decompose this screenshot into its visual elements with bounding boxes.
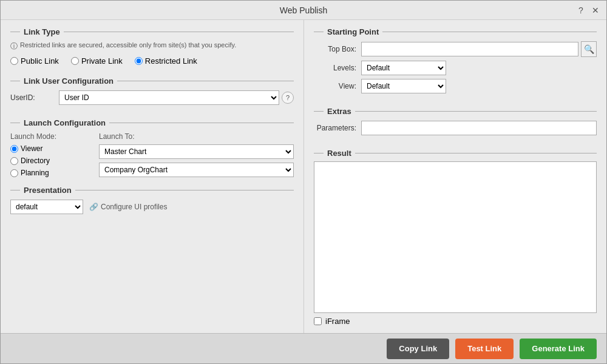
- iframe-checkbox[interactable]: [314, 317, 322, 325]
- iframe-label: iFrame: [325, 317, 350, 326]
- result-section: Result iFrame: [314, 149, 597, 326]
- link-type-title: Link Type: [20, 27, 64, 36]
- link-type-info: ⓘ Restricted links are secured, accessib…: [10, 41, 294, 52]
- launch-mode-area: Launch Mode: Viewer Directory: [10, 132, 89, 177]
- top-box-label: Top Box:: [314, 45, 356, 53]
- view-label: View:: [314, 82, 356, 90]
- presentation-header: Presentation: [10, 186, 294, 195]
- header-line-right3: [109, 123, 294, 123]
- result-title: Result: [324, 149, 355, 158]
- title-bar: Web Publish ? ✕: [1, 1, 606, 20]
- levels-label: Levels:: [314, 64, 356, 72]
- directory-radio[interactable]: [10, 157, 18, 165]
- user-config-header: Link User Configuration: [10, 76, 294, 86]
- header-line-right: [64, 32, 294, 32]
- configure-label: Configure UI profiles: [101, 203, 167, 211]
- link-icon: 🔗: [89, 203, 98, 211]
- extras-header-line-left: [314, 111, 324, 112]
- levels-select[interactable]: Default: [361, 61, 446, 75]
- starting-point-section: Starting Point Top Box: 🔍 Levels: Defaul…: [314, 27, 597, 98]
- info-text-content: Restricted links are secured, accessible…: [20, 41, 236, 49]
- copy-link-button[interactable]: Copy Link: [387, 339, 449, 359]
- private-link-radio[interactable]: [71, 57, 79, 65]
- header-line-left: [10, 32, 20, 32]
- main-content: Link Type ⓘ Restricted links are secured…: [1, 20, 606, 333]
- generate-link-button[interactable]: Generate Link: [520, 339, 597, 359]
- userid-field-wrapper: User ID: [59, 90, 279, 105]
- window-title: Web Publish: [280, 5, 327, 15]
- link-type-radio-group: Public Link Private Link Restricted Link: [10, 56, 294, 66]
- planning-option[interactable]: Planning: [10, 169, 89, 177]
- top-box-search-button[interactable]: 🔍: [581, 41, 597, 57]
- test-link-button[interactable]: Test Link: [455, 339, 514, 359]
- extras-row: Parameters:: [314, 121, 597, 135]
- launch-to-select[interactable]: Master Chart: [99, 144, 294, 159]
- restricted-link-radio[interactable]: [135, 57, 143, 65]
- right-panel: Starting Point Top Box: 🔍 Levels: Defaul…: [304, 20, 606, 333]
- planning-radio[interactable]: [10, 169, 18, 177]
- planning-label: Planning: [21, 169, 49, 177]
- presentation-section: Presentation default 🔗 Configure UI prof…: [10, 186, 294, 214]
- extras-section: Extras Parameters:: [314, 107, 597, 140]
- header-line-right4: [75, 190, 294, 190]
- private-link-option[interactable]: Private Link: [71, 56, 123, 66]
- iframe-row: iFrame: [314, 317, 597, 326]
- public-link-option[interactable]: Public Link: [10, 56, 59, 66]
- result-header-line-left: [314, 153, 324, 153]
- userid-row: UserID: User ID ?: [10, 90, 294, 105]
- directory-option[interactable]: Directory: [10, 157, 89, 165]
- launch-config-title: Launch Configuration: [20, 118, 109, 127]
- launch-mode-label: Launch Mode:: [10, 132, 89, 141]
- presentation-title: Presentation: [20, 186, 75, 195]
- left-panel: Link Type ⓘ Restricted links are secured…: [1, 20, 304, 333]
- viewer-option[interactable]: Viewer: [10, 144, 89, 153]
- chart-select[interactable]: Company OrgChart: [99, 163, 294, 177]
- user-config-section: Link User Configuration UserID: User ID …: [10, 76, 294, 110]
- launch-content: Launch Mode: Viewer Directory: [10, 132, 294, 177]
- presentation-select[interactable]: default: [10, 200, 83, 214]
- private-link-label: Private Link: [81, 56, 123, 66]
- extras-title: Extras: [324, 107, 355, 116]
- link-type-header: Link Type: [10, 27, 294, 36]
- starting-point-grid: Top Box: 🔍 Levels: Default View: Default: [314, 41, 597, 93]
- header-line-left2: [10, 81, 20, 81]
- header-line-left4: [10, 190, 20, 190]
- footer: Copy Link Test Link Generate Link: [1, 333, 606, 363]
- info-icon: ⓘ: [10, 41, 18, 52]
- viewer-radio[interactable]: [10, 145, 18, 153]
- parameters-input[interactable]: [361, 121, 597, 135]
- result-header-line-right: [355, 153, 597, 153]
- result-textarea[interactable]: [314, 161, 597, 313]
- web-publish-window: Web Publish ? ✕ Link Type ⓘ Restricted l…: [0, 0, 607, 364]
- user-config-title: Link User Configuration: [20, 76, 117, 86]
- sp-header-line-left: [314, 32, 324, 32]
- view-select[interactable]: Default: [361, 79, 446, 93]
- launch-config-header: Launch Configuration: [10, 118, 294, 127]
- top-box-input[interactable]: [361, 42, 578, 56]
- directory-label: Directory: [21, 157, 50, 165]
- launch-mode-radios: Viewer Directory Planning: [10, 144, 89, 177]
- starting-point-title: Starting Point: [324, 27, 382, 36]
- userid-select[interactable]: User ID: [59, 90, 279, 105]
- restricted-link-option[interactable]: Restricted Link: [135, 56, 197, 66]
- launch-config-section: Launch Configuration Launch Mode: Viewer: [10, 118, 294, 177]
- starting-point-header: Starting Point: [314, 27, 597, 36]
- userid-label: UserID:: [10, 93, 59, 102]
- top-box-row: 🔍: [361, 41, 597, 57]
- parameters-label: Parameters:: [314, 124, 356, 132]
- public-link-radio[interactable]: [10, 57, 18, 65]
- link-type-section: Link Type ⓘ Restricted links are secured…: [10, 27, 294, 68]
- extras-header-line-right: [355, 111, 597, 112]
- public-link-label: Public Link: [21, 56, 59, 66]
- title-controls: ? ✕: [575, 4, 602, 16]
- launch-to-label: Launch To:: [99, 132, 294, 141]
- viewer-label: Viewer: [21, 144, 42, 153]
- help-button[interactable]: ?: [575, 4, 587, 16]
- userid-help-icon[interactable]: ?: [282, 92, 294, 104]
- close-button[interactable]: ✕: [589, 4, 602, 16]
- extras-header: Extras: [314, 107, 597, 116]
- header-line-right2: [117, 81, 294, 81]
- launch-to-selects: Master Chart Company OrgChart: [99, 144, 294, 177]
- restricted-link-label: Restricted Link: [145, 56, 197, 66]
- configure-profiles-link[interactable]: 🔗 Configure UI profiles: [89, 203, 167, 211]
